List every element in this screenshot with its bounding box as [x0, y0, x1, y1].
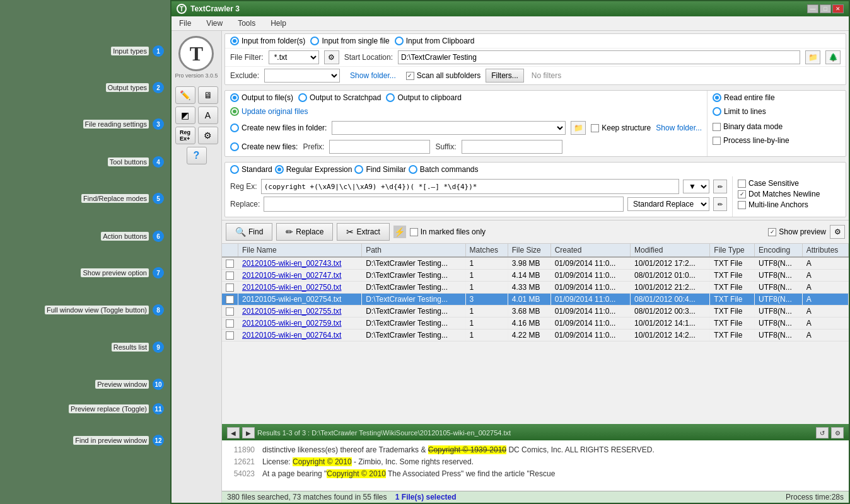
col-filename[interactable]: File Name — [238, 244, 362, 257]
col-type[interactable]: File Type — [710, 244, 755, 257]
regex-edit-btn[interactable]: ✏ — [713, 180, 727, 193]
suffix-label: Suffix: — [435, 142, 456, 151]
col-matches[interactable]: Matches — [465, 244, 508, 257]
row-check-5[interactable] — [222, 318, 238, 329]
col-check — [222, 244, 238, 257]
mode-batch-radio[interactable]: Batch commands — [409, 165, 479, 174]
col-attr[interactable]: Attributes — [802, 244, 848, 257]
marked-files-check[interactable]: In marked files only — [410, 227, 486, 236]
next-result-btn[interactable]: ▶ — [242, 427, 255, 438]
row-check-2[interactable] — [222, 282, 238, 294]
create-folder-radio[interactable]: Create new files in folder: — [230, 123, 327, 132]
help-button[interactable]: ? — [187, 147, 207, 164]
mode-regex-radio[interactable]: Regular Expression — [275, 165, 352, 174]
app-icon: T — [177, 4, 187, 14]
edit-button[interactable]: ✏️ — [175, 86, 195, 104]
limit-lines-radio[interactable]: Limit to lines — [713, 107, 841, 116]
replace-input[interactable] — [264, 197, 624, 212]
results-table-wrapper[interactable]: File Name Path Matches File Size Created… — [222, 244, 849, 424]
output-scratchpad-radio[interactable]: Output to Scratchpad — [298, 93, 381, 102]
col-created[interactable]: Created — [550, 244, 630, 257]
status-text: 380 files searched, 73 matches found in … — [227, 493, 457, 501]
table-row[interactable]: 20120105-wiki-en_002747.txt D:\TextCrawl… — [222, 270, 849, 282]
mode-similar-radio[interactable]: Find Similar — [354, 165, 405, 174]
row-check-3[interactable] — [222, 294, 238, 306]
suffix-input[interactable] — [462, 140, 562, 154]
standard-replace-dropdown[interactable]: Standard Replace — [627, 197, 709, 211]
scan-subfolders-check[interactable]: ✓ Scan all subfolders — [406, 71, 480, 80]
create-files-radio[interactable]: Create new files: — [230, 142, 298, 151]
folder-view-button[interactable]: 🖥 — [198, 86, 218, 104]
settings-button[interactable]: ⚙ — [198, 127, 218, 144]
start-location-input[interactable] — [398, 50, 800, 64]
create-folder-select[interactable] — [332, 121, 566, 135]
table-row[interactable]: 20120105-wiki-en_002754.txt D:\TextCrawl… — [222, 294, 849, 306]
close-button[interactable]: ✕ — [832, 4, 844, 13]
filter-icon-btn[interactable]: ⚙ — [324, 50, 339, 64]
col-modified[interactable]: Modified — [630, 244, 709, 257]
keep-structure-check[interactable]: Keep structure — [591, 123, 651, 132]
file-filter-select[interactable]: *.txt — [269, 50, 319, 64]
col-path[interactable]: Path — [362, 244, 465, 257]
extract-button[interactable]: ✂ Extract — [337, 223, 389, 241]
mode-standard-radio[interactable]: Standard — [230, 165, 272, 174]
show-preview-check[interactable]: ✓ Show preview — [768, 227, 826, 236]
create-folder-browse-btn[interactable]: 📁 — [571, 121, 586, 135]
process-line-check[interactable]: Process line-by-line — [713, 136, 841, 145]
exclude-select[interactable] — [264, 69, 340, 83]
minimize-button[interactable]: — — [807, 4, 818, 13]
menu-tools[interactable]: Tools — [234, 18, 259, 29]
binary-mode-check[interactable]: Binary data mode — [713, 122, 841, 131]
col-encoding[interactable]: Encoding — [755, 244, 803, 257]
replace-button[interactable]: ✏ Replace — [276, 223, 333, 241]
row-size-5: 4.16 MB — [508, 318, 550, 329]
preview-options-btn[interactable]: ⚙ — [830, 225, 845, 239]
row-check-4[interactable] — [222, 306, 238, 318]
browse-tree-btn[interactable]: 🌲 — [825, 50, 841, 64]
row-check-0[interactable] — [222, 257, 238, 270]
browse-folder-btn[interactable]: 📁 — [805, 50, 820, 64]
update-original-radio[interactable]: Update original files — [230, 107, 308, 116]
maximize-button[interactable]: □ — [820, 4, 831, 13]
row-attr-5: A — [802, 318, 848, 329]
multi-line-check[interactable]: Multi-line Anchors — [738, 200, 841, 209]
menu-file[interactable]: File — [175, 18, 195, 29]
find-button[interactable]: 🔍 Find — [226, 223, 272, 241]
show-folder-2-link[interactable]: Show folder... — [656, 123, 702, 132]
table-row[interactable]: 20120105-wiki-en_002743.txt D:\TextCrawl… — [222, 257, 849, 270]
col-size[interactable]: File Size — [508, 244, 550, 257]
refresh-preview-btn[interactable]: ↺ — [816, 427, 829, 438]
menu-help[interactable]: Help — [267, 18, 290, 29]
table-row[interactable]: 20120105-wiki-en_002750.txt D:\TextCrawl… — [222, 282, 849, 294]
output-files-radio[interactable]: Output to file(s) — [230, 93, 293, 102]
row-attr-1: A — [802, 270, 848, 282]
row-check-6[interactable] — [222, 329, 238, 341]
input-folder-radio[interactable]: Input from folder(s) — [230, 37, 305, 45]
font-button[interactable]: A — [198, 106, 218, 124]
input-clipboard-radio[interactable]: Input from Clipboard — [395, 37, 475, 45]
preview-settings-btn[interactable]: ⚙ — [831, 427, 844, 438]
menu-view[interactable]: View — [202, 18, 226, 29]
replace-edit-btn[interactable]: ✏ — [713, 197, 727, 211]
row-name-5: 20120105-wiki-en_002759.txt — [238, 318, 362, 329]
table-row[interactable]: 20120105-wiki-en_002764.txt D:\TextCrawl… — [222, 329, 849, 341]
row-check-1[interactable] — [222, 270, 238, 282]
regex-button[interactable]: RegEx+ — [175, 127, 195, 144]
prefix-input[interactable] — [329, 140, 430, 154]
regex-dropdown[interactable]: ▼ — [683, 180, 709, 193]
show-folder-link[interactable]: Show folder... — [350, 71, 396, 80]
table-row[interactable]: 20120105-wiki-en_002755.txt D:\TextCrawl… — [222, 306, 849, 318]
dot-matches-check[interactable]: ✓ Dot Matches Newline — [738, 190, 841, 198]
read-entire-radio[interactable]: Read entire file — [713, 93, 841, 102]
output-clipboard-radio[interactable]: Output to clipboard — [386, 93, 461, 102]
table-row[interactable]: 20120105-wiki-en_002759.txt D:\TextCrawl… — [222, 318, 849, 329]
filters-button[interactable]: Filters... — [486, 69, 524, 83]
row-attr-6: A — [802, 329, 848, 341]
history-button[interactable]: ◩ — [175, 106, 195, 124]
prev-result-btn[interactable]: ◀ — [227, 427, 240, 438]
input-single-radio[interactable]: Input from single file — [310, 37, 389, 45]
regex-input[interactable] — [261, 179, 679, 194]
case-sensitive-check[interactable]: Case Sensitive — [738, 179, 841, 188]
row-path-2: D:\TextCrawler Testing... — [362, 282, 465, 294]
row-encoding-0: UTF8(N... — [755, 257, 803, 270]
